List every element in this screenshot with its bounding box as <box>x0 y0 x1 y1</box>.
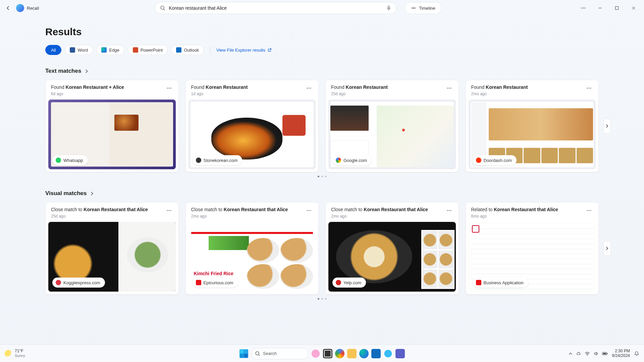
filter-separator <box>210 46 210 54</box>
taskbar-clock[interactable]: 2:30 PM 9/24/2024 <box>612 349 630 358</box>
taskbar-search[interactable]: Search <box>251 348 308 359</box>
result-card[interactable]: Found Korean Restaurant 2mo ago Doordash… <box>466 80 599 172</box>
svg-rect-37 <box>603 353 606 354</box>
card-timestamp: 6mo ago <box>471 214 558 219</box>
result-card[interactable]: Found Korean Restaurant + Alice 6d ago W… <box>45 80 179 172</box>
wifi-icon[interactable] <box>585 351 590 356</box>
svg-point-23 <box>170 210 171 211</box>
maximize-button[interactable] <box>609 3 625 13</box>
taskbar-app-store[interactable] <box>371 349 381 358</box>
source-chip: Stonekorean.com <box>193 155 243 165</box>
filter-word[interactable]: Word <box>65 45 93 55</box>
svg-point-29 <box>450 210 451 211</box>
file-explorer-link[interactable]: View File Explorer results <box>216 48 272 53</box>
card-more-button[interactable] <box>585 84 593 94</box>
taskbar-app-teams[interactable] <box>395 349 405 358</box>
filter-edge[interactable]: Edge <box>96 45 124 55</box>
source-chip: Epicurious.com <box>193 278 238 288</box>
card-thumbnail: Whatsapp <box>48 100 176 169</box>
filter-outlook[interactable]: Outlook <box>171 45 204 55</box>
results-heading: Results <box>45 26 599 38</box>
whatsapp-icon <box>56 158 61 163</box>
taskbar-app-assistant[interactable] <box>383 349 393 358</box>
taskbar-app-edge[interactable] <box>359 349 369 358</box>
result-card[interactable]: Close match to Korean Restaurant that Al… <box>325 202 459 295</box>
svg-point-14 <box>310 88 311 89</box>
system-tray[interactable] <box>569 351 608 356</box>
taskbar-app-flower[interactable] <box>311 349 320 358</box>
result-card[interactable]: Related to Korean Restaurant that Alice … <box>466 202 599 295</box>
card-title: Found Korean Restaurant + Alice <box>51 84 124 90</box>
chevron-right-icon <box>605 246 609 250</box>
app-title: Recall <box>27 6 39 11</box>
result-card[interactable]: Found Korean Restaurant 25d ago Google.c… <box>325 80 459 172</box>
result-card[interactable]: Close match to Korean Restaurant that Al… <box>45 202 179 295</box>
chevron-up-icon[interactable] <box>569 352 573 356</box>
close-icon <box>632 6 636 10</box>
source-chip: Doordash.com <box>473 155 517 165</box>
content-area: Results All Word Edge PowerPoint Outlook… <box>0 16 644 300</box>
more-horizontal-icon <box>446 85 452 91</box>
svg-point-32 <box>590 210 591 211</box>
taskbar-weather[interactable]: 71°F Sunny <box>5 349 25 358</box>
more-horizontal-icon <box>166 208 172 213</box>
timeline-icon <box>411 5 416 11</box>
minimize-button[interactable] <box>592 3 608 13</box>
volume-icon[interactable] <box>593 351 599 356</box>
section-text-matches[interactable]: Text matches <box>45 68 599 74</box>
card-more-button[interactable] <box>585 206 593 216</box>
search-input[interactable] <box>169 5 383 11</box>
title-bar: Recall Timeline <box>0 0 644 16</box>
back-button[interactable] <box>3 3 13 13</box>
svg-point-9 <box>167 88 168 89</box>
google-icon <box>336 158 341 163</box>
epicurious-icon <box>196 280 201 285</box>
source-chip: Koggiiexpress.com <box>52 278 105 288</box>
start-button[interactable] <box>239 349 249 358</box>
more-button[interactable] <box>576 3 591 13</box>
card-more-button[interactable] <box>305 84 313 94</box>
result-card[interactable]: Close match to Korean Restaurant that Al… <box>185 202 319 295</box>
svg-point-18 <box>587 88 588 89</box>
card-more-button[interactable] <box>445 84 453 94</box>
card-title: Related to Korean Restaurant that Alice <box>471 206 558 213</box>
section-visual-matches[interactable]: Visual matches <box>45 190 599 197</box>
svg-rect-8 <box>615 7 619 10</box>
battery-icon[interactable] <box>602 352 608 356</box>
timeline-label: Timeline <box>419 6 435 11</box>
maximize-icon <box>615 6 619 10</box>
outlook-icon <box>176 47 181 53</box>
card-more-button[interactable] <box>305 206 313 216</box>
taskbar-app-copilot[interactable] <box>335 349 344 358</box>
notifications-icon[interactable] <box>634 351 639 356</box>
card-more-button[interactable] <box>165 206 173 216</box>
search-field-wrap[interactable] <box>155 2 396 14</box>
filter-powerpoint[interactable]: PowerPoint <box>128 45 168 55</box>
svg-point-33 <box>256 352 259 355</box>
svg-point-25 <box>309 210 310 211</box>
timeline-button[interactable]: Timeline <box>405 2 442 14</box>
taskbar-app-explorer[interactable] <box>347 349 357 358</box>
onedrive-icon[interactable] <box>576 351 581 356</box>
card-timestamp: 2mo ago <box>331 214 428 219</box>
card-more-button[interactable] <box>445 206 453 216</box>
scroll-next-button[interactable] <box>603 241 611 256</box>
filter-all[interactable]: All <box>45 45 61 55</box>
svg-point-34 <box>587 355 588 356</box>
taskbar-app-taskview[interactable] <box>323 349 332 358</box>
result-card[interactable]: Found Korean Restaurant 1d ago Stonekore… <box>185 80 319 172</box>
svg-point-15 <box>447 88 448 89</box>
taskbar: 71°F Sunny Search 2:30 PM 9/24/2024 <box>0 345 644 362</box>
card-more-button[interactable] <box>165 84 173 94</box>
clock-date: 9/24/2024 <box>612 354 630 358</box>
more-horizontal-icon <box>586 208 592 213</box>
card-title: Found Korean Restaurant <box>191 84 248 90</box>
card-timestamp: 25d ago <box>331 92 388 96</box>
card-timestamp: 2mo ago <box>191 214 288 219</box>
arrow-left-icon <box>5 5 11 11</box>
close-button[interactable] <box>626 3 641 13</box>
card-thumbnail: Stonekorean.com <box>189 100 316 169</box>
microphone-icon[interactable] <box>386 5 391 11</box>
scroll-next-button[interactable] <box>603 119 611 133</box>
edge-icon <box>101 47 107 53</box>
